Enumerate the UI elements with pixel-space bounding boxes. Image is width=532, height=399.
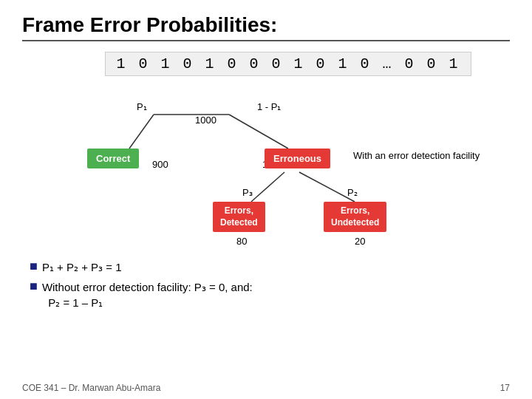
tree-diagram: P₁ 1 - P₁ 1000 Correct 900 100 Erroneous… xyxy=(22,98,510,253)
count-1000: 1000 xyxy=(195,115,216,126)
bullet-dot-2: ■ xyxy=(30,279,38,294)
footer: COE 341 – Dr. Marwan Abu-Amara 17 xyxy=(0,383,532,393)
with-an-text: With an error detection facility xyxy=(353,149,480,163)
count-80: 80 xyxy=(236,236,247,247)
p1-minus-label: 1 - P₁ xyxy=(257,101,281,112)
p3-label: P₃ xyxy=(242,187,253,198)
slide-title: Frame Error Probabilities: xyxy=(22,13,510,41)
bullet-1: ■ P₁ + P₂ + P₃ = 1 xyxy=(30,259,510,275)
footer-page: 17 xyxy=(500,383,510,393)
bullets-section: ■ P₁ + P₂ + P₃ = 1 ■ Without error detec… xyxy=(22,259,510,310)
frame-code: 1 0 1 0 1 0 0 0 1 0 1 0 … 0 0 1 xyxy=(105,52,471,76)
count-20: 20 xyxy=(355,236,365,247)
tree-svg xyxy=(22,98,510,253)
bullet-text-2: Without error detection facility: P₃ = 0… xyxy=(42,279,253,310)
correct-node: Correct xyxy=(87,149,139,168)
bullet-2: ■ Without error detection facility: P₃ =… xyxy=(30,279,510,310)
svg-line-3 xyxy=(251,172,284,202)
errors-undetected-node: Errors,Undetected xyxy=(324,202,386,232)
erroneous-node: Erroneous xyxy=(265,149,330,168)
p1-label: P₁ xyxy=(137,101,147,112)
footer-course: COE 341 – Dr. Marwan Abu-Amara xyxy=(22,383,160,393)
svg-line-4 xyxy=(299,172,355,202)
count-900: 900 xyxy=(152,159,168,170)
bullet-dot-1: ■ xyxy=(30,259,38,274)
slide: Frame Error Probabilities: 1 0 1 0 1 0 0… xyxy=(0,0,532,399)
bullet-text-1: P₁ + P₂ + P₃ = 1 xyxy=(42,259,122,275)
errors-detected-node: Errors,Detected xyxy=(213,202,265,232)
svg-line-2 xyxy=(229,115,288,149)
svg-line-0 xyxy=(129,115,154,149)
p2-label: P₂ xyxy=(347,187,358,198)
